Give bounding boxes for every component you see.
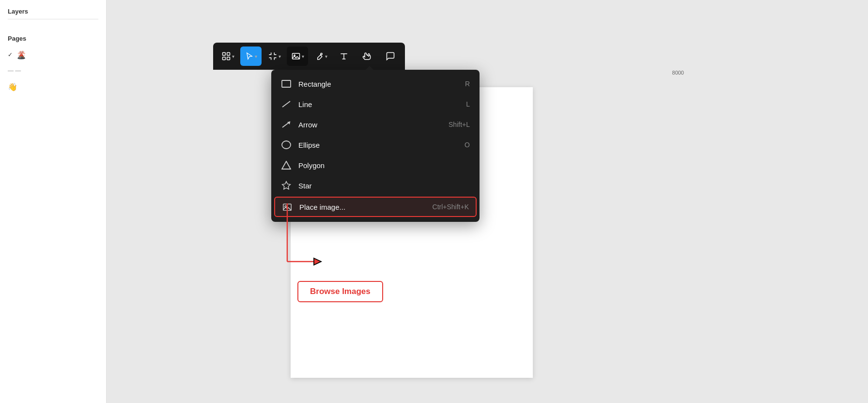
arrow-label: Arrow <box>298 121 317 129</box>
svg-rect-1 <box>227 53 230 56</box>
polygon-icon <box>281 160 292 170</box>
page-item-3[interactable]: 👋 <box>0 78 106 95</box>
sidebar: Layers Pages ✓ 🌋 — — 👋 <box>0 0 107 403</box>
ellipse-icon <box>281 140 292 150</box>
svg-marker-11 <box>282 161 291 169</box>
menu-item-line[interactable]: Line L <box>271 94 480 114</box>
star-icon <box>281 180 292 191</box>
image-chevron: ▾ <box>302 54 304 59</box>
select-tool-button[interactable]: ▾ <box>240 46 262 66</box>
menu-item-rectangle-left: Rectangle <box>281 78 331 89</box>
layers-section-label: Layers <box>0 0 106 19</box>
dropdown-arrow <box>366 66 373 70</box>
arrow-icon <box>281 119 292 130</box>
browse-images-label: Browse Images <box>310 287 371 296</box>
menu-item-line-left: Line <box>281 99 312 109</box>
svg-point-10 <box>282 141 291 149</box>
svg-point-6 <box>320 53 322 55</box>
frame-tool-button[interactable]: ▾ <box>264 46 285 66</box>
polygon-label: Polygon <box>298 161 325 170</box>
line-shortcut: L <box>466 100 470 108</box>
image-tool-button[interactable]: ▾ <box>287 46 308 66</box>
menu-item-star[interactable]: Star <box>271 175 480 196</box>
menu-item-polygon[interactable]: Polygon <box>271 155 480 175</box>
grid-chevron: ▾ <box>232 54 234 59</box>
toolbar: ▾ ▾ ▾ ▾ ▾ <box>213 43 405 70</box>
svg-marker-17 <box>314 258 321 265</box>
menu-item-arrow[interactable]: Arrow Shift+L <box>271 114 480 135</box>
rectangle-shortcut: R <box>465 80 470 88</box>
rectangle-label: Rectangle <box>298 80 331 88</box>
pen-chevron: ▾ <box>325 54 327 59</box>
select-chevron: ▾ <box>255 54 257 59</box>
active-checkmark: ✓ <box>8 51 13 58</box>
annotation-container <box>273 199 350 288</box>
menu-item-ellipse[interactable]: Ellipse O <box>271 135 480 155</box>
svg-rect-0 <box>222 53 225 56</box>
frame-chevron: ▾ <box>279 54 281 59</box>
arrow-shortcut: Shift+L <box>449 121 470 128</box>
svg-marker-12 <box>282 182 291 189</box>
svg-point-5 <box>294 55 295 56</box>
ellipse-label: Ellipse <box>298 141 320 149</box>
comment-tool-button[interactable] <box>380 46 401 66</box>
svg-rect-2 <box>222 57 225 60</box>
page-1-icon: 🌋 <box>16 50 26 60</box>
hand-tool-button[interactable] <box>356 46 378 66</box>
pen-tool-button[interactable]: ▾ <box>310 46 331 66</box>
browse-images-annotation: Browse Images <box>297 281 383 302</box>
page-item-2[interactable]: — — <box>0 63 106 78</box>
ellipse-shortcut: O <box>465 141 470 149</box>
svg-rect-3 <box>227 57 230 60</box>
star-label: Star <box>298 182 312 190</box>
page-3-icon: 👋 <box>8 82 17 92</box>
page-item-1[interactable]: ✓ 🌋 <box>0 46 106 63</box>
menu-item-ellipse-left: Ellipse <box>281 140 320 150</box>
page-2-dashes: — — <box>8 67 21 74</box>
annotation-arrow-svg <box>273 199 350 286</box>
rectangle-icon <box>281 78 292 89</box>
svg-rect-7 <box>282 80 291 87</box>
menu-item-arrow-left: Arrow <box>281 119 317 130</box>
line-label: Line <box>298 100 312 108</box>
browse-images-box: Browse Images <box>297 281 383 302</box>
menu-item-rectangle[interactable]: Rectangle R <box>271 74 480 94</box>
ruler-value: 8000 <box>672 70 684 76</box>
place-image-shortcut: Ctrl+Shift+K <box>433 203 469 211</box>
pages-section-label: Pages <box>0 27 106 46</box>
ruler-hint: 8000 <box>672 70 684 76</box>
grid-tool-button[interactable]: ▾ <box>217 46 238 66</box>
menu-item-polygon-left: Polygon <box>281 160 325 170</box>
svg-line-8 <box>282 101 290 107</box>
text-tool-button[interactable] <box>333 46 355 66</box>
line-icon <box>281 99 292 109</box>
menu-item-star-left: Star <box>281 180 312 191</box>
